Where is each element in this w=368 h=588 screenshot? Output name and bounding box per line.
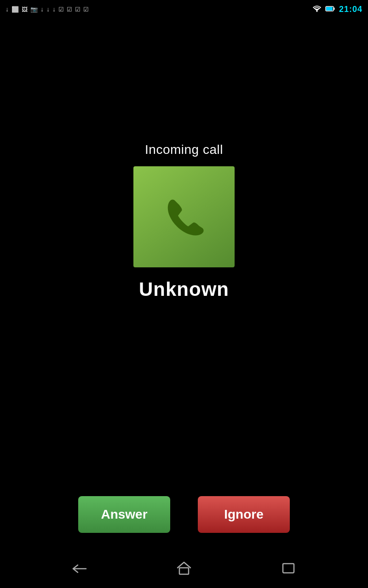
check-icon-2: ☑: [67, 6, 72, 13]
svg-rect-5: [179, 568, 189, 574]
caller-avatar: [133, 166, 235, 267]
recent-apps-button[interactable]: [280, 561, 297, 578]
caller-name: Unknown: [139, 278, 229, 300]
phone-icon: [154, 187, 214, 247]
svg-rect-2: [334, 7, 335, 10]
tablet-icon: ⬜: [12, 6, 19, 13]
camera-icon: 📷: [30, 6, 38, 13]
wifi-icon: [312, 5, 322, 14]
call-action-buttons: Answer Ignore: [0, 496, 368, 533]
check-icon-4: ☑: [83, 6, 89, 13]
svg-point-0: [316, 11, 317, 12]
ignore-button[interactable]: Ignore: [198, 496, 290, 533]
answer-button[interactable]: Answer: [78, 496, 170, 533]
status-time: 21:04: [339, 5, 362, 14]
home-button[interactable]: [176, 561, 192, 578]
check-icon-3: ☑: [75, 6, 80, 13]
nav-bar: [0, 551, 368, 588]
back-button[interactable]: [71, 562, 88, 577]
status-icons-right: 21:04: [312, 5, 362, 14]
battery-icon: [325, 6, 335, 13]
main-content: Incoming call Unknown: [0, 18, 368, 551]
download-icon-1: ↓: [6, 6, 9, 13]
svg-rect-3: [326, 7, 333, 11]
download-icon-4: ↓: [52, 6, 56, 13]
check-icon-1: ☑: [58, 6, 64, 13]
status-icons-left: ↓ ⬜ 🖼 📷 ↓ ↓ ↓ ☑ ☑ ☑ ☑: [6, 6, 89, 13]
incoming-call-label: Incoming call: [145, 142, 223, 157]
image-icon: 🖼: [22, 6, 28, 13]
status-bar: ↓ ⬜ 🖼 📷 ↓ ↓ ↓ ☑ ☑ ☑ ☑ 2: [0, 0, 368, 18]
download-icon-3: ↓: [46, 6, 50, 13]
svg-rect-6: [283, 564, 294, 573]
download-icon-2: ↓: [40, 6, 44, 13]
